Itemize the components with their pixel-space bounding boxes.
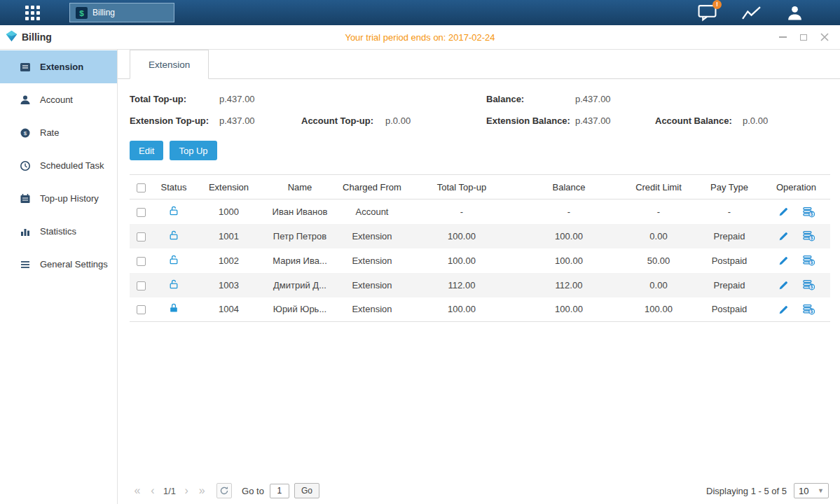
- row-checkbox[interactable]: [137, 281, 146, 290]
- sidebar-item-label: Top-up History: [40, 193, 99, 204]
- table-row[interactable]: 1000 Иван Иванов Account - - - -: [130, 200, 830, 224]
- account-topup-label: Account Top-up:: [301, 110, 385, 132]
- statistics-chart-icon[interactable]: [742, 5, 761, 21]
- window-titlebar: Billing Your trial period ends on: 2017-…: [0, 25, 840, 50]
- first-page-button[interactable]: «: [130, 484, 145, 497]
- total-topup-cell: 100.00: [406, 224, 517, 248]
- go-button[interactable]: Go: [294, 483, 319, 498]
- bar-chart-icon: [20, 226, 31, 237]
- sidebar-item-statistics[interactable]: Statistics: [0, 215, 117, 248]
- apps-grid-icon[interactable]: [25, 6, 40, 20]
- row-checkbox[interactable]: [137, 305, 146, 314]
- name-cell: Юрий Юрь...: [262, 298, 338, 322]
- topup-row-icon[interactable]: [803, 255, 815, 266]
- user-account-icon[interactable]: [786, 4, 804, 22]
- total-topup-label: Total Top-up:: [130, 88, 219, 110]
- sidebar-item-rate[interactable]: $ Rate: [0, 116, 117, 149]
- edit-row-icon[interactable]: [778, 206, 789, 217]
- name-cell: Дмитрий Д...: [262, 273, 338, 298]
- topup-row-icon[interactable]: [803, 279, 815, 290]
- topup-row-icon[interactable]: [803, 206, 815, 218]
- credit-limit-cell: 50.00: [621, 248, 696, 273]
- minimize-button[interactable]: [778, 33, 787, 41]
- pay-type-cell: -: [696, 200, 762, 224]
- total-topup-cell: 100.00: [406, 248, 517, 273]
- sidebar-item-extension[interactable]: Extension: [0, 50, 117, 83]
- topup-row-icon[interactable]: [803, 304, 815, 315]
- extension-balance-value: p.437.00: [575, 110, 655, 132]
- displaying-info: Displaying 1 - 5 of 5: [706, 486, 787, 496]
- extension-cell: 1002: [195, 248, 262, 273]
- pay-type-cell: Prepaid: [696, 224, 762, 248]
- topup-row-icon[interactable]: [803, 230, 815, 241]
- col-operation: Operation: [762, 175, 830, 200]
- row-checkbox[interactable]: [137, 208, 146, 217]
- settings-lines-icon: [20, 259, 31, 270]
- edit-row-icon[interactable]: [778, 255, 789, 266]
- name-cell: Иван Иванов: [262, 200, 338, 224]
- page-size-select[interactable]: 10 ▼: [794, 483, 829, 498]
- col-charged-from: Charged From: [338, 175, 406, 200]
- next-page-button[interactable]: ›: [179, 484, 194, 497]
- extension-cell: 1000: [195, 200, 262, 224]
- row-checkbox[interactable]: [137, 232, 146, 241]
- charged-from-cell: Extension: [338, 298, 406, 322]
- taskbar-billing-label: Billing: [92, 8, 115, 18]
- name-cell: Мария Ива...: [262, 248, 338, 273]
- sidebar-item-topup-history[interactable]: Top-up History: [0, 182, 117, 215]
- desktop-topbar: $ Billing !: [0, 0, 840, 25]
- table-row[interactable]: 1002 Мария Ива... Extension 100.00 100.0…: [130, 248, 830, 273]
- extension-topup-value: p.437.00: [219, 110, 301, 132]
- page-size-value: 10: [799, 486, 808, 496]
- balance-cell: 112.00: [517, 273, 621, 298]
- refresh-icon[interactable]: [216, 483, 232, 498]
- sidebar-item-scheduled-task[interactable]: Scheduled Task: [0, 149, 117, 182]
- balance-cell: 100.00: [517, 248, 621, 273]
- extension-topup-label: Extension Top-up:: [130, 110, 219, 132]
- edit-row-icon[interactable]: [778, 231, 789, 241]
- sidebar: Extension Account $ Rate Scheduled Task …: [0, 50, 118, 504]
- taskbar-billing-button[interactable]: $ Billing: [69, 3, 174, 22]
- status-lock-icon: [168, 279, 179, 290]
- col-status: Status: [152, 175, 195, 200]
- trial-notice: Your trial period ends on: 2017-02-24: [0, 32, 840, 43]
- prev-page-button[interactable]: ‹: [145, 484, 160, 497]
- table-row[interactable]: 1004 Юрий Юрь... Extension 100.00 100.00…: [130, 298, 830, 322]
- sidebar-item-label: Rate: [40, 127, 59, 138]
- notification-badge: !: [712, 0, 722, 9]
- tabstrip: Extension: [118, 50, 840, 79]
- tab-extension[interactable]: Extension: [130, 50, 209, 79]
- credit-limit-cell: 0.00: [621, 224, 696, 248]
- extension-cell: 1004: [195, 298, 262, 322]
- close-button[interactable]: [820, 33, 829, 41]
- edit-row-icon[interactable]: [778, 304, 789, 315]
- top-up-button[interactable]: Top Up: [170, 141, 216, 160]
- sidebar-item-account[interactable]: Account: [0, 83, 117, 116]
- sidebar-item-label: Account: [40, 94, 73, 105]
- col-name: Name: [262, 175, 338, 200]
- select-all-checkbox[interactable]: [137, 183, 146, 192]
- edit-row-icon[interactable]: [778, 280, 789, 290]
- goto-page-input[interactable]: [270, 484, 289, 498]
- balance-cell: 100.00: [517, 224, 621, 248]
- status-lock-icon: [168, 254, 179, 265]
- row-checkbox[interactable]: [137, 257, 146, 266]
- balance-summary: Total Top-up: p.437.00 Balance: p.437.00…: [130, 88, 840, 132]
- last-page-button[interactable]: »: [194, 484, 209, 497]
- account-balance-value: p.0.00: [743, 110, 840, 132]
- edit-button[interactable]: Edit: [130, 141, 163, 160]
- credit-limit-cell: -: [621, 200, 696, 224]
- sidebar-item-general-settings[interactable]: General Settings: [0, 248, 117, 281]
- table-row[interactable]: 1003 Дмитрий Д... Extension 112.00 112.0…: [130, 273, 830, 298]
- screen: $ Billing !: [0, 0, 840, 504]
- sidebar-item-label: Scheduled Task: [40, 160, 104, 171]
- maximize-button[interactable]: [799, 33, 808, 41]
- account-topup-value: p.0.00: [385, 110, 486, 132]
- page-indicator: 1/1: [163, 486, 176, 496]
- balance-cell: 100.00: [517, 298, 621, 322]
- table-row[interactable]: 1001 Петр Петров Extension 100.00 100.00…: [130, 224, 830, 248]
- messages-icon[interactable]: !: [698, 4, 717, 22]
- total-topup-cell: 112.00: [406, 273, 517, 298]
- col-balance: Balance: [517, 175, 621, 200]
- extension-cell: 1003: [195, 273, 262, 298]
